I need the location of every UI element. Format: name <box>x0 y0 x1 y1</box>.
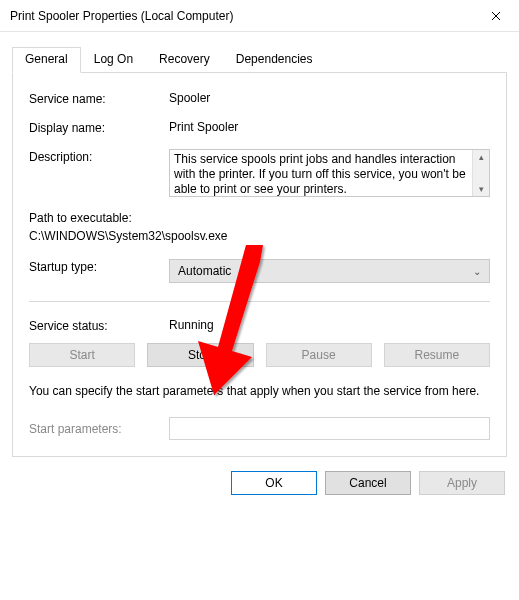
startup-type-value: Automatic <box>178 264 231 278</box>
service-control-buttons: Start Stop Pause Resume <box>29 343 490 367</box>
parameters-hint: You can specify the start parameters tha… <box>29 383 490 399</box>
cancel-button[interactable]: Cancel <box>325 471 411 495</box>
tab-general[interactable]: General <box>12 47 81 73</box>
window-title: Print Spooler Properties (Local Computer… <box>10 9 233 23</box>
start-parameters-input <box>169 417 490 440</box>
close-button[interactable] <box>473 0 519 32</box>
resume-button: Resume <box>384 343 490 367</box>
service-name-value: Spooler <box>169 91 490 105</box>
path-value: C:\WINDOWS\System32\spoolsv.exe <box>29 229 490 243</box>
start-parameters-label: Start parameters: <box>29 422 169 436</box>
service-name-label: Service name: <box>29 91 169 106</box>
service-status-value: Running <box>169 318 490 332</box>
start-button: Start <box>29 343 135 367</box>
titlebar: Print Spooler Properties (Local Computer… <box>0 0 519 32</box>
display-name-label: Display name: <box>29 120 169 135</box>
ok-button[interactable]: OK <box>231 471 317 495</box>
tab-strip: General Log On Recovery Dependencies <box>12 46 507 73</box>
startup-type-select[interactable]: Automatic ⌄ <box>169 259 490 283</box>
tab-logon[interactable]: Log On <box>81 47 146 73</box>
pause-button: Pause <box>266 343 372 367</box>
description-text: This service spools print jobs and handl… <box>170 150 472 196</box>
close-icon <box>491 11 501 21</box>
tab-recovery[interactable]: Recovery <box>146 47 223 73</box>
dialog-buttons: OK Cancel Apply <box>0 457 519 509</box>
tab-panel-general: Service name: Spooler Display name: Prin… <box>12 73 507 457</box>
separator <box>29 301 490 302</box>
path-block: Path to executable: C:\WINDOWS\System32\… <box>29 211 490 243</box>
start-parameters-row: Start parameters: <box>29 417 490 440</box>
description-scrollbar[interactable]: ▴ ▾ <box>472 150 489 196</box>
apply-button: Apply <box>419 471 505 495</box>
stop-button[interactable]: Stop <box>147 343 253 367</box>
startup-type-label: Startup type: <box>29 259 169 274</box>
display-name-value: Print Spooler <box>169 120 490 134</box>
service-status-label: Service status: <box>29 318 169 333</box>
path-label: Path to executable: <box>29 211 490 225</box>
chevron-down-icon: ⌄ <box>473 266 481 277</box>
description-box: This service spools print jobs and handl… <box>169 149 490 197</box>
description-label: Description: <box>29 149 169 164</box>
scroll-down-icon: ▾ <box>479 184 484 194</box>
tab-dependencies[interactable]: Dependencies <box>223 47 326 73</box>
scroll-up-icon: ▴ <box>479 152 484 162</box>
